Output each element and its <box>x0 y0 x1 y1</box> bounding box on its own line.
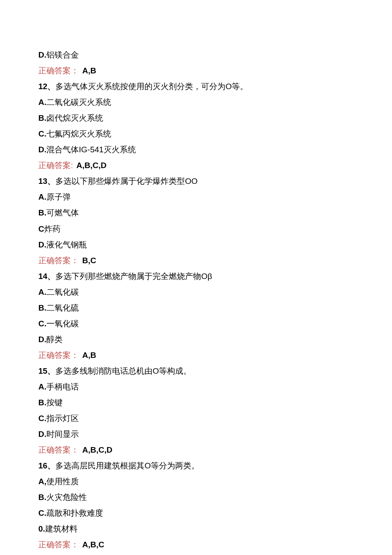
option-text: 卤代烷灭火系统 <box>46 113 103 122</box>
option-text: 二氧化硫 <box>46 303 79 312</box>
question-text: 多选多线制消防电话总机由O等构成。 <box>55 366 191 375</box>
option-label: C <box>38 224 44 233</box>
option-label: C. <box>38 319 46 328</box>
option-text: 使用性质 <box>46 477 79 486</box>
q11-option-d: D.铝镁合金 <box>38 47 354 63</box>
option-label: D. <box>38 145 46 154</box>
q12-option-b: B.卤代烷灭火系统 <box>38 110 354 126</box>
option-text: 原子弹 <box>46 192 71 201</box>
option-text: 建筑材料 <box>45 524 78 533</box>
answer-value: B,C <box>82 256 96 265</box>
question-text: 多选高层民用建筑根据其O等分为两类。 <box>55 461 199 470</box>
option-label: D. <box>38 335 46 344</box>
q14-option-c: C.一氧化碳 <box>38 316 354 331</box>
option-label: A, <box>38 477 46 486</box>
option-text: 混合气体IG-541灭火系统 <box>46 145 136 154</box>
q14-option-b: B.二氧化硫 <box>38 300 354 316</box>
q15-stem: 15、多选多线制消防电话总机由O等构成。 <box>38 363 354 379</box>
q16-option-c: C.疏散和扑救难度 <box>38 505 354 521</box>
q16-answer: 正确答案：A,B,C <box>38 537 354 552</box>
q16-option-a: A,使用性质 <box>38 474 354 489</box>
q16-option-d: 0.建筑材料 <box>38 521 354 537</box>
q13-option-b: B.可燃气体 <box>38 205 354 221</box>
answer-value: A,B,C,D <box>82 445 112 454</box>
question-number: 16、 <box>38 461 55 470</box>
question-text: 多选以下那些爆炸属于化学爆炸类型OO <box>55 177 198 186</box>
answer-label: 正确答案： <box>38 540 79 549</box>
answer-label: 正确答案： <box>38 256 79 265</box>
q14-answer: 正确答案：A,B <box>38 347 354 363</box>
q16-option-b: B.火灾危险性 <box>38 489 354 505</box>
answer-label: 正确答案： <box>38 351 79 360</box>
option-text: 醇类 <box>46 335 63 344</box>
q15-answer: 正确答案：A,B,C,D <box>38 442 354 458</box>
option-label: A. <box>38 98 46 107</box>
option-text: 可燃气体 <box>46 208 79 217</box>
q12-option-a: A.二氧化碳灭火系统 <box>38 94 354 110</box>
question-number: 14、 <box>38 272 55 281</box>
option-label: D. <box>38 240 46 249</box>
q15-option-d: D.时间显示 <box>38 426 354 442</box>
q12-option-c: C.七氟丙烷灭火系统 <box>38 126 354 142</box>
answer-value: A,B,C,D <box>76 161 107 170</box>
option-label: A. <box>38 382 46 391</box>
answer-value: A,B <box>82 66 96 75</box>
q12-option-d: D.混合气体IG-541灭火系统 <box>38 142 354 157</box>
option-text: 一氧化碳 <box>46 319 79 328</box>
option-label: B. <box>38 303 46 312</box>
q12-answer: 正确答案:A,B,C,D <box>38 157 354 173</box>
option-label: C. <box>38 129 46 138</box>
option-label: B. <box>38 113 46 122</box>
answer-value: A,B,C <box>82 540 104 549</box>
option-label: A. <box>38 192 46 201</box>
option-label: D. <box>38 50 46 59</box>
q13-option-c: C炸药 <box>38 221 354 237</box>
q13-answer: 正确答案：B,C <box>38 253 354 268</box>
q14-option-a: A.二氧化碳 <box>38 284 354 300</box>
q11-answer: 正确答案：A,B <box>38 63 354 78</box>
q15-option-c: C.指示灯区 <box>38 410 354 426</box>
option-text: 二氧化碳灭火系统 <box>46 98 111 107</box>
q12-stem: 12、多选气体灭火系统按使用的灭火剂分类，可分为O等。 <box>38 78 354 94</box>
option-text: 二氧化碳 <box>46 288 79 296</box>
question-number: 12、 <box>38 82 55 91</box>
q16-stem: 16、多选高层民用建筑根据其O等分为两类。 <box>38 458 354 474</box>
answer-label: 正确答案: <box>38 161 73 170</box>
option-label: B. <box>38 208 46 217</box>
question-text: 多选下列那些燃烧产物属于完全燃烧产物Oβ <box>55 272 212 281</box>
q17-stem: 17、多选消防控制室内设置的消防设备应包括O等设备。 <box>38 553 354 555</box>
answer-label: 正确答案： <box>38 445 79 454</box>
answer-label: 正确答案： <box>38 66 79 75</box>
option-text: 手柄电话 <box>46 382 79 391</box>
option-label: B. <box>38 493 46 502</box>
option-text: 火灾危险性 <box>46 493 87 502</box>
q13-option-a: A.原子弹 <box>38 189 354 205</box>
option-text: 按键 <box>46 398 63 407</box>
option-text: 疏散和扑救难度 <box>46 509 103 517</box>
option-text: 液化气钢瓶 <box>46 240 87 249</box>
option-label: C. <box>38 509 46 517</box>
question-number: 13、 <box>38 177 55 186</box>
option-label: B. <box>38 398 46 407</box>
option-text: 时间显示 <box>46 430 79 439</box>
question-text: 多选气体灭火系统按使用的灭火剂分类，可分为O等。 <box>55 82 248 91</box>
document-page: D.铝镁合金 正确答案：A,B 12、多选气体灭火系统按使用的灭火剂分类，可分为… <box>0 0 392 555</box>
q14-stem: 14、多选下列那些燃烧产物属于完全燃烧产物Oβ <box>38 268 354 284</box>
option-label: C. <box>38 414 46 423</box>
q15-option-b: B.按键 <box>38 395 354 410</box>
q14-option-d: D.醇类 <box>38 331 354 347</box>
option-label: A. <box>38 288 46 296</box>
option-text: 炸药 <box>44 224 61 233</box>
option-text: 铝镁合金 <box>46 50 79 59</box>
option-label: D. <box>38 430 46 439</box>
q13-stem: 13、多选以下那些爆炸属于化学爆炸类型OO <box>38 173 354 189</box>
answer-value: A,B <box>82 351 96 360</box>
option-text: 指示灯区 <box>46 414 79 423</box>
option-text: 七氟丙烷灭火系统 <box>46 129 111 138</box>
q13-option-d: D.液化气钢瓶 <box>38 237 354 253</box>
option-label: 0. <box>38 524 45 533</box>
question-number: 15、 <box>38 366 55 375</box>
q15-option-a: A.手柄电话 <box>38 379 354 395</box>
